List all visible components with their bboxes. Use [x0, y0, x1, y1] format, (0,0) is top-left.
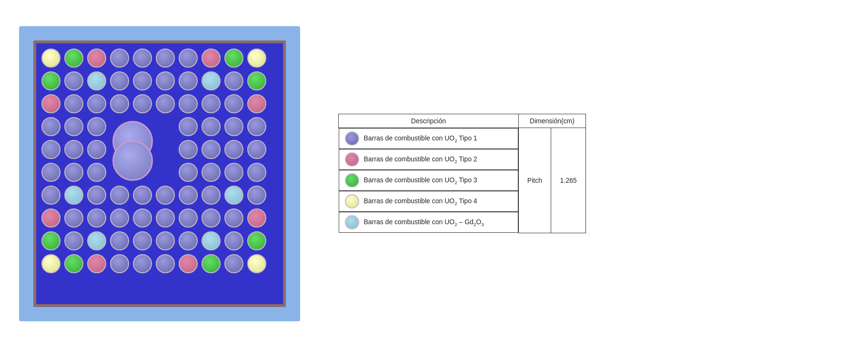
cell-2-1	[63, 93, 85, 115]
rod-type1-7-3	[110, 208, 129, 228]
rod-type1-2-3	[110, 94, 129, 113]
legend-swatch-2	[345, 173, 359, 188]
cell-7-4	[131, 207, 153, 229]
cell-0-3	[109, 47, 131, 69]
cell-7-5	[154, 207, 176, 229]
cell-2-4	[131, 93, 153, 115]
cell-9-2	[86, 253, 108, 275]
cell-3-7	[200, 116, 222, 138]
cell-1-2	[86, 70, 108, 92]
legend-text-1: Barras de combustible con UO2 Tipo 2	[364, 155, 477, 164]
cell-4-1	[63, 139, 85, 160]
rod-type1-8-5	[156, 231, 175, 250]
rod-type4-0-0	[41, 49, 61, 68]
cell-8-5	[154, 230, 176, 252]
pitch-label-cell: Pitch	[518, 128, 551, 233]
cell-8-1	[63, 230, 85, 252]
cell-9-4	[131, 253, 153, 275]
cell-6-6	[177, 184, 199, 206]
cell-4-6	[177, 139, 199, 160]
cell-5-7	[200, 161, 222, 183]
cell-2-6	[177, 93, 199, 115]
cell-3-6	[177, 116, 199, 138]
rod-type3-1-9	[247, 71, 266, 90]
cell-6-5	[154, 184, 176, 206]
header-desc: Descripción	[339, 114, 519, 128]
rod-type1-8-3	[110, 231, 129, 250]
rod-type3-8-9	[247, 231, 266, 250]
water-rod-2	[112, 140, 153, 181]
cell-9-3	[109, 253, 131, 275]
cell-3-2	[86, 116, 108, 138]
rod-type1-0-6	[179, 49, 198, 68]
rod-type2-9-2	[87, 254, 106, 273]
cell-8-8	[223, 230, 245, 252]
rod-type1-3-2	[87, 117, 106, 136]
rod-type1-4-2	[87, 140, 106, 159]
cell-8-3	[109, 230, 131, 252]
rod-type3-9-7	[202, 254, 221, 273]
cell-8-2	[86, 230, 108, 252]
cell-2-7	[200, 93, 222, 115]
legend-swatch-1	[345, 152, 359, 167]
cell-0-7	[200, 47, 222, 69]
table-section: Descripción Dimensión(cm) Barras de comb…	[338, 114, 586, 233]
rod-type1-8-6	[179, 231, 198, 250]
rod-type2-2-0	[41, 94, 61, 113]
legend-desc-3: Barras de combustible con UO2 Tipo 4	[339, 191, 518, 212]
rod-type1-7-8	[224, 208, 243, 228]
rod-type1-5-1	[64, 163, 83, 182]
rod-type2-0-7	[202, 49, 221, 68]
cell-5-8	[223, 161, 245, 183]
cell-0-2	[86, 47, 108, 69]
rod-type1-6-4	[133, 186, 152, 205]
rod-type1-5-9	[247, 163, 266, 182]
cell-6-3	[109, 184, 131, 206]
rod-type1-9-8	[224, 254, 243, 273]
rod-type1-2-2	[87, 94, 106, 113]
rod-type1-7-4	[133, 208, 152, 228]
cell-2-9	[246, 93, 268, 115]
cell-9-6	[177, 253, 199, 275]
legend-text-2: Barras de combustible con UO2 Tipo 3	[364, 176, 477, 185]
cell-5-1	[63, 161, 85, 183]
cell-6-7	[200, 184, 222, 206]
rod-type1-2-8	[224, 94, 243, 113]
legend-swatch-4	[345, 215, 359, 229]
cell-9-7	[200, 253, 222, 275]
cell-4-2	[86, 139, 108, 160]
rod-type1-1-5	[156, 71, 175, 90]
cell-7-6	[177, 207, 199, 229]
cell-8-0	[40, 230, 62, 252]
legend-desc-2: Barras de combustible con UO2 Tipo 3	[339, 170, 518, 191]
cell-1-5	[154, 70, 176, 92]
cell-4-0	[40, 139, 62, 160]
cell-9-9	[246, 253, 268, 275]
rod-type3-0-1	[64, 49, 83, 68]
rod-type3-9-1	[64, 254, 83, 273]
rod-type1-9-3	[110, 254, 129, 273]
cell-9-5	[154, 253, 176, 275]
cell-7-7	[200, 207, 222, 229]
rod-type4-9-9	[247, 254, 266, 273]
rod-type1-3-0	[41, 117, 61, 136]
rod-type1-7-2	[87, 208, 106, 228]
rod-type1-1-6	[179, 71, 198, 90]
rod-type1-6-0	[41, 186, 61, 205]
cell-2-8	[223, 93, 245, 115]
cell-3-9	[246, 116, 268, 138]
cell-3-5	[154, 116, 176, 138]
cell-0-5	[154, 47, 176, 69]
rod-type4-0-9	[247, 49, 266, 68]
legend-text-4: Barras de combustible con UO2 – Gd2O3	[364, 218, 484, 227]
rod-type1-8-1	[64, 231, 83, 250]
cell-6-0	[40, 184, 62, 206]
rod-type1-3-9	[247, 117, 266, 136]
cell-7-0	[40, 207, 62, 229]
cell-1-0	[40, 70, 62, 92]
cell-4-5	[154, 139, 176, 160]
rod-type1-6-5	[156, 186, 175, 205]
rod-type2-7-9	[247, 208, 266, 228]
rod-type1-5-8	[224, 163, 243, 182]
rod-type1-4-0	[41, 140, 61, 159]
